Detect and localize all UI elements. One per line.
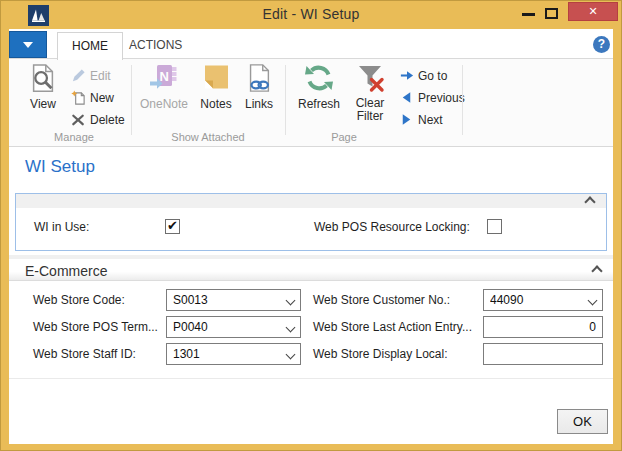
application-menu-button[interactable] [9, 31, 47, 58]
new-page-icon [71, 90, 86, 105]
links-button-label: Links [245, 97, 273, 111]
web-pos-locking-label: Web POS Resource Locking: [314, 220, 470, 234]
clear-filter-icon [347, 62, 393, 96]
footer-divider [9, 378, 613, 379]
ribbon-group-manage: View Edit New [19, 59, 129, 146]
tab-home[interactable]: HOME [57, 32, 123, 60]
view-document-icon [21, 62, 65, 96]
pencil-icon [71, 68, 86, 83]
field-row: Web Store Customer No.: [9, 289, 615, 311]
notes-button-label: Notes [200, 97, 231, 111]
previous-button-label: Previous [418, 91, 465, 105]
page-body: WI Setup WI in Use: Web POS Resource Loc… [9, 147, 613, 444]
title-bar: Edit - WI Setup ✕ [1, 1, 621, 29]
refresh-icon [293, 62, 345, 96]
notes-sticky-icon [195, 62, 237, 96]
field-wi-in-use: WI in Use: [34, 220, 89, 234]
ecommerce-section-title: E-Commerce [25, 263, 107, 279]
ribbon-group-page: Refresh Clear Filter [287, 59, 461, 146]
next-triangle-icon [399, 112, 414, 127]
maximize-icon[interactable] [545, 8, 558, 19]
field-row: Web Store Last Action Entry... [9, 316, 615, 338]
ribbon-separator [131, 65, 132, 135]
clear-filter-button-label: Clear Filter [347, 97, 393, 123]
tab-actions[interactable]: ACTIONS [115, 32, 196, 60]
edit-button[interactable]: Edit [71, 66, 111, 85]
goto-arrow-icon [399, 68, 414, 83]
field-row: Web Store Display Local: [9, 343, 615, 365]
previous-triangle-icon [399, 90, 414, 105]
goto-button-label: Go to [418, 69, 447, 83]
view-button[interactable]: View [21, 62, 65, 111]
ribbon: View Edit New [9, 59, 613, 147]
web-store-last-action-entry-input[interactable] [484, 317, 602, 337]
ribbon-separator [285, 65, 286, 135]
group-label-manage: Manage [19, 131, 129, 143]
onenote-icon: N [135, 62, 193, 96]
fasttab-general-header[interactable] [16, 194, 606, 208]
collapse-chevron-icon[interactable] [591, 265, 602, 276]
next-button[interactable]: Next [399, 110, 443, 129]
refresh-button[interactable]: Refresh [293, 62, 345, 111]
close-button[interactable]: ✕ [568, 2, 618, 21]
web-store-customer-no-label: Web Store Customer No.: [313, 293, 450, 307]
wi-in-use-label: WI in Use: [34, 220, 89, 234]
web-store-display-local-field[interactable] [483, 343, 603, 365]
web-store-customer-no-combo[interactable] [483, 289, 603, 311]
field-web-pos-locking: Web POS Resource Locking: [314, 220, 470, 234]
delete-button-label: Delete [90, 113, 125, 127]
help-icon[interactable]: ? [593, 36, 610, 53]
web-store-customer-no-input[interactable] [484, 290, 602, 310]
onenote-button[interactable]: N OneNote [135, 62, 193, 111]
page-title: WI Setup [25, 157, 95, 177]
svg-text:N: N [160, 69, 169, 84]
window-content: HOME ACTIONS ? View [9, 29, 613, 444]
web-store-display-local-label: Web Store Display Local: [313, 347, 448, 361]
refresh-button-label: Refresh [298, 97, 340, 111]
links-button[interactable]: Links [239, 62, 279, 111]
collapse-chevron-icon[interactable] [584, 196, 595, 207]
new-button[interactable]: New [71, 88, 114, 107]
tab-strip: HOME ACTIONS ? [9, 29, 613, 59]
fasttab-ecommerce-header[interactable]: E-Commerce [9, 255, 613, 281]
onenote-button-label: OneNote [140, 97, 188, 111]
wi-in-use-checkbox[interactable] [165, 219, 180, 234]
fasttab-general: WI in Use: Web POS Resource Locking: [15, 193, 607, 251]
window-edit-wi-setup: Edit - WI Setup ✕ HOME ACTIONS ? [0, 0, 622, 451]
delete-button[interactable]: Delete [71, 110, 125, 129]
group-label-page: Page [227, 131, 461, 143]
goto-button[interactable]: Go to [399, 66, 447, 85]
minimize-icon[interactable] [522, 13, 535, 16]
clear-filter-button[interactable]: Clear Filter [347, 62, 393, 123]
web-store-display-local-input[interactable] [484, 344, 602, 364]
web-store-last-action-entry-field[interactable] [483, 316, 603, 338]
previous-button[interactable]: Previous [399, 88, 465, 107]
next-button-label: Next [418, 113, 443, 127]
links-chain-icon [239, 62, 279, 96]
ok-button[interactable]: OK [557, 409, 608, 434]
delete-x-icon [71, 112, 86, 127]
chevron-down-icon [23, 42, 33, 48]
notes-button[interactable]: Notes [195, 62, 237, 111]
view-button-label: View [30, 97, 56, 111]
web-store-last-action-entry-label: Web Store Last Action Entry... [313, 320, 472, 334]
web-pos-locking-checkbox[interactable] [487, 219, 502, 234]
edit-button-label: Edit [90, 69, 111, 83]
ribbon-separator [462, 65, 463, 135]
new-button-label: New [90, 91, 114, 105]
